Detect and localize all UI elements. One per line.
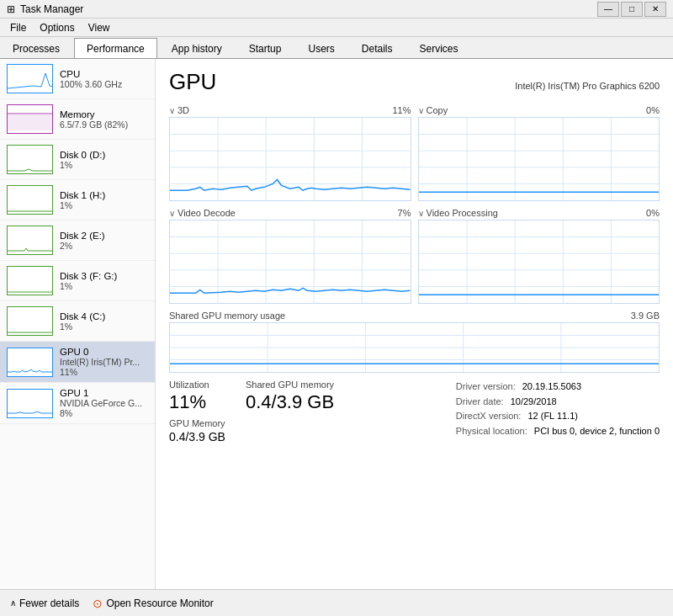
chart-video-decode-percent: 7%: [398, 208, 411, 218]
shared-gpu-label: Shared GPU memory: [246, 380, 334, 390]
sidebar-item-disk1[interactable]: Disk 1 (H:) 1%: [0, 180, 155, 220]
sidebar-item-cpu[interactable]: CPU 100% 3.60 GHz: [0, 59, 155, 99]
menu-options[interactable]: Options: [33, 20, 81, 35]
menu-bar: File Options View: [0, 19, 673, 37]
disk0-info: Disk 0 (D:) 1%: [60, 150, 148, 170]
sidebar-item-disk0[interactable]: Disk 0 (D:) 1%: [0, 140, 155, 180]
sidebar-item-gpu0[interactable]: GPU 0 Intel(R) Iris(TM) Pr... 11%: [0, 342, 155, 383]
tab-users[interactable]: Users: [295, 38, 347, 58]
chart-3d-area: [169, 117, 411, 201]
close-button[interactable]: ✕: [644, 2, 666, 17]
shared-memory-value: 3.9 GB: [631, 311, 660, 321]
chart-video-processing: ∨Video Processing 0%: [418, 208, 660, 304]
driver-version-label: Driver version:: [456, 380, 516, 395]
chart-video-decode-label-row: ∨Video Decode 7%: [169, 208, 411, 218]
open-resource-monitor-button[interactable]: ⊙ Open Resource Monitor: [93, 597, 213, 610]
chart-3d-percent: 11%: [392, 105, 411, 115]
gpu-title: GPU: [169, 69, 216, 95]
gpu-model: Intel(R) Iris(TM) Pro Graphics 6200: [515, 81, 660, 91]
directx-version-value: 12 (FL 11.1): [527, 409, 578, 424]
gpu0-thumbnail: [7, 348, 53, 377]
stat-group-utilization: Utilization 11% GPU Memory 0.4/3.9 GB: [169, 380, 225, 443]
chart-3d-label-row: ∨3D 11%: [169, 105, 411, 115]
tab-bar: Processes Performance App history Startu…: [0, 37, 673, 59]
chart-copy-label-row: ∨Copy 0%: [418, 105, 660, 115]
gpu-memory-label: GPU Memory: [169, 418, 225, 428]
sidebar-item-memory[interactable]: Memory 6.5/7.9 GB (82%): [0, 99, 155, 140]
disk1-info: Disk 1 (H:) 1%: [60, 190, 148, 210]
sidebar-item-disk2[interactable]: Disk 2 (E:) 2%: [0, 220, 155, 261]
sidebar: CPU 100% 3.60 GHz Memory 6.5/7.9 GB (82%…: [0, 59, 156, 589]
shared-memory-label: Shared GPU memory usage: [169, 311, 285, 321]
cpu-thumbnail: [7, 64, 53, 93]
tab-app-history[interactable]: App history: [159, 38, 235, 58]
utilization-value: 11%: [169, 391, 225, 413]
gpu1-info: GPU 1 NVIDIA GeForce G... 8%: [60, 388, 148, 418]
maximize-button[interactable]: □: [621, 2, 643, 17]
directx-version-label: DirectX version:: [456, 409, 522, 424]
memory-info: Memory 6.5/7.9 GB (82%): [60, 109, 148, 130]
menu-file[interactable]: File: [3, 20, 33, 35]
menu-view[interactable]: View: [82, 20, 117, 35]
tab-processes[interactable]: Processes: [0, 38, 72, 58]
right-panel: GPU Intel(R) Iris(TM) Pro Graphics 6200 …: [156, 59, 673, 589]
physical-location-label: Physical location:: [456, 424, 527, 439]
disk3-thumbnail: [7, 266, 53, 295]
chevron-up-icon: ∧: [10, 598, 16, 608]
chart-video-decode-label: ∨Video Decode: [169, 208, 236, 218]
stats-section: Utilization 11% GPU Memory 0.4/3.9 GB Sh…: [169, 380, 660, 443]
sidebar-item-disk3[interactable]: Disk 3 (F: G:) 1%: [0, 261, 155, 301]
gpu0-info: GPU 0 Intel(R) Iris(TM) Pr... 11%: [60, 347, 148, 377]
disk3-info: Disk 3 (F: G:) 1%: [60, 271, 148, 291]
chart-video-decode-area: [169, 220, 411, 304]
tab-details[interactable]: Details: [349, 38, 405, 58]
app-title: Task Manager: [20, 3, 83, 15]
tab-performance[interactable]: Performance: [74, 38, 157, 58]
tab-services[interactable]: Services: [407, 38, 471, 58]
disk2-thumbnail: [7, 226, 53, 255]
minimize-button[interactable]: —: [597, 2, 619, 17]
gpu-memory-value: 0.4/3.9 GB: [169, 430, 225, 443]
chart-video-processing-label: ∨Video Processing: [418, 208, 498, 218]
chart-copy-area: [418, 117, 660, 201]
gpu-header: GPU Intel(R) Iris(TM) Pro Graphics 6200: [169, 69, 660, 95]
shared-gpu-value: 0.4/3.9 GB: [246, 391, 334, 413]
resource-monitor-icon: ⊙: [93, 597, 103, 610]
cpu-info: CPU 100% 3.60 GHz: [60, 69, 148, 89]
physical-location-value: PCI bus 0, device 2, function 0: [534, 424, 660, 439]
fewer-details-button[interactable]: ∧ Fewer details: [10, 597, 79, 609]
chart-video-processing-area: [418, 220, 660, 304]
disk4-thumbnail: [7, 306, 53, 336]
memory-thumbnail: [7, 104, 53, 134]
chart-3d: ∨3D 11%: [169, 105, 411, 201]
charts-grid: ∨3D 11%: [169, 105, 660, 304]
sidebar-item-disk4[interactable]: Disk 4 (C:) 1%: [0, 301, 155, 342]
driver-info: Driver version: 20.19.15.5063 Driver dat…: [456, 380, 660, 443]
fewer-details-label: Fewer details: [19, 597, 79, 609]
disk0-thumbnail: [7, 145, 53, 174]
bottom-bar: ∧ Fewer details ⊙ Open Resource Monitor: [0, 589, 673, 616]
sidebar-item-gpu1[interactable]: GPU 1 NVIDIA GeForce G... 8%: [0, 383, 155, 424]
chart-3d-label: ∨3D: [169, 105, 189, 115]
chart-video-processing-label-row: ∨Video Processing 0%: [418, 208, 660, 218]
svg-rect-0: [8, 114, 53, 130]
title-bar: ⊞ Task Manager — □ ✕: [0, 0, 673, 19]
chart-video-processing-percent: 0%: [646, 208, 660, 218]
disk2-info: Disk 2 (E:) 2%: [60, 231, 148, 251]
disk1-thumbnail: [7, 185, 53, 215]
main-content: CPU 100% 3.60 GHz Memory 6.5/7.9 GB (82%…: [0, 59, 673, 589]
shared-memory-label-row: Shared GPU memory usage 3.9 GB: [169, 311, 660, 321]
chart-copy-percent: 0%: [646, 105, 660, 115]
stat-group-shared: Shared GPU memory 0.4/3.9 GB: [246, 380, 334, 443]
driver-date-value: 10/29/2018: [511, 395, 557, 410]
chart-copy-label: ∨Copy: [418, 105, 448, 115]
driver-date-label: Driver date:: [456, 395, 504, 410]
open-resource-monitor-label: Open Resource Monitor: [106, 597, 213, 609]
tab-startup[interactable]: Startup: [236, 38, 294, 58]
driver-version-value: 20.19.15.5063: [522, 380, 581, 395]
utilization-label: Utilization: [169, 380, 225, 390]
disk4-info: Disk 4 (C:) 1%: [60, 311, 148, 332]
shared-memory-section: Shared GPU memory usage 3.9 GB: [169, 311, 660, 373]
app-icon: ⊞: [7, 3, 15, 15]
gpu1-thumbnail: [7, 389, 53, 418]
